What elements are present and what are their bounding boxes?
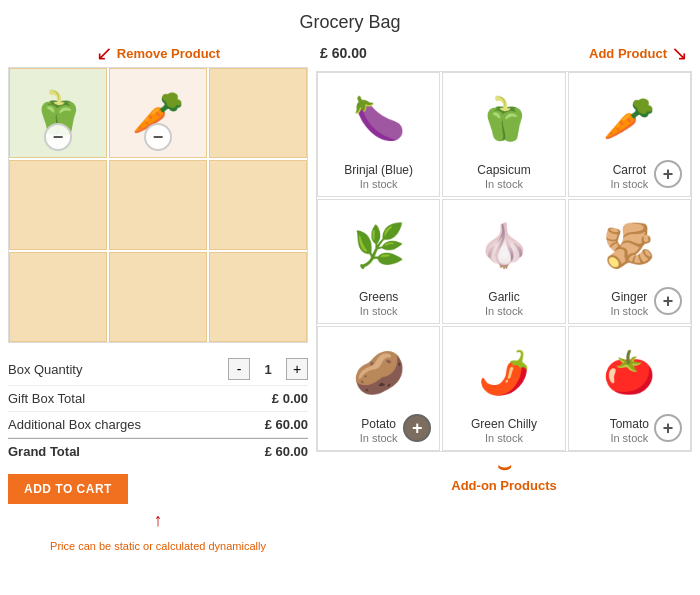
brinjal-emoji: 🍆 bbox=[353, 98, 405, 140]
brinjal-img: 🍆 bbox=[322, 79, 435, 159]
remove-product-label: ↙ Remove Product bbox=[8, 41, 308, 65]
tomato-img: 🍅 bbox=[573, 333, 686, 413]
carrot-stock: In stock bbox=[610, 178, 648, 190]
price-annotation-container: ↑ Price can be static or calculated dyna… bbox=[8, 510, 308, 554]
capsicum-img: 🫑 bbox=[447, 79, 560, 159]
remove-arrow-icon: ↙ bbox=[96, 41, 113, 65]
greens-stock: In stock bbox=[360, 305, 398, 317]
box-quantity-label: Box Quantity bbox=[8, 362, 82, 377]
grand-total-value: £ 60.00 bbox=[265, 444, 308, 459]
add-to-cart-button[interactable]: ADD TO CART bbox=[8, 474, 128, 504]
grand-total-row: Grand Total £ 60.00 bbox=[8, 438, 308, 464]
brinjal-stock: In stock bbox=[360, 178, 398, 190]
grid-cell-0-1 bbox=[9, 160, 107, 250]
garlic-emoji: 🧄 bbox=[478, 225, 530, 267]
add-product-label: Add Product bbox=[589, 46, 667, 61]
greens-img: 🌿 bbox=[322, 206, 435, 286]
qty-value: 1 bbox=[258, 362, 278, 377]
remove-btn-1-0[interactable]: − bbox=[144, 123, 172, 151]
add-tomato-btn[interactable]: + bbox=[654, 414, 682, 442]
right-header: £ 60.00 Add Product ↘ bbox=[316, 41, 692, 65]
capsicum-name: Capsicum bbox=[477, 163, 530, 177]
grid-cell-1-1 bbox=[109, 160, 207, 250]
product-potato[interactable]: 🥔 Potato In stock + bbox=[317, 326, 440, 451]
page-title: Grocery Bag bbox=[0, 0, 700, 41]
green-chilly-stock: In stock bbox=[485, 432, 523, 444]
carrot-emoji-r: 🥕 bbox=[603, 98, 655, 140]
brinjal-name: Brinjal (Blue) bbox=[344, 163, 413, 177]
grid-cell-2-2 bbox=[209, 252, 307, 342]
grid-cell-2-1 bbox=[209, 160, 307, 250]
product-tomato[interactable]: 🍅 Tomato In stock + bbox=[568, 326, 691, 451]
tomato-name: Tomato bbox=[610, 417, 649, 431]
garlic-name: Garlic bbox=[488, 290, 519, 304]
annotation-arrow-up-icon: ↑ bbox=[8, 510, 308, 531]
grid-cell-0-0[interactable]: 🫑 − bbox=[9, 68, 107, 158]
additional-charges-label: Additional Box charges bbox=[8, 417, 141, 432]
box-quantity-row: Box Quantity - 1 + bbox=[8, 353, 308, 386]
product-garlic[interactable]: 🧄 Garlic In stock bbox=[442, 199, 565, 324]
addon-annotation: ⌣ Add-on Products bbox=[316, 456, 692, 493]
green-chilly-img: 🌶️ bbox=[447, 333, 560, 413]
product-capsicum[interactable]: 🫑 Capsicum In stock bbox=[442, 72, 565, 197]
add-product-container: Add Product ↘ bbox=[589, 41, 688, 65]
product-ginger[interactable]: 🫚 Ginger In stock + bbox=[568, 199, 691, 324]
price-annotation-text: Price can be static or calculated dynami… bbox=[8, 539, 308, 554]
potato-emoji: 🥔 bbox=[353, 352, 405, 394]
additional-charges-row: Additional Box charges £ 60.00 bbox=[8, 412, 308, 438]
potato-name: Potato bbox=[361, 417, 396, 431]
right-panel: £ 60.00 Add Product ↘ 🍆 Brinjal (Blue) I… bbox=[316, 41, 692, 554]
grand-total-label: Grand Total bbox=[8, 444, 80, 459]
add-arrow-icon: ↘ bbox=[671, 41, 688, 65]
add-potato-btn[interactable]: + bbox=[403, 414, 431, 442]
pricing-section: Box Quantity - 1 + Gift Box Total £ 0.00… bbox=[8, 353, 308, 464]
green-chilly-name: Green Chilly bbox=[471, 417, 537, 431]
additional-charges-value: £ 60.00 bbox=[265, 417, 308, 432]
greens-emoji: 🌿 bbox=[353, 225, 405, 267]
potato-img: 🥔 bbox=[322, 333, 435, 413]
brace-icon: ⌣ bbox=[497, 456, 511, 478]
capsicum-emoji-r: 🫑 bbox=[478, 98, 530, 140]
carrot-name: Carrot bbox=[613, 163, 646, 177]
ginger-emoji: 🫚 bbox=[603, 225, 655, 267]
tomato-stock: In stock bbox=[610, 432, 648, 444]
products-grid: 🍆 Brinjal (Blue) In stock 🫑 Capsicum In … bbox=[316, 71, 692, 452]
garlic-stock: In stock bbox=[485, 305, 523, 317]
grid-cell-2-0 bbox=[209, 68, 307, 158]
product-green-chilly[interactable]: 🌶️ Green Chilly In stock bbox=[442, 326, 565, 451]
grocery-bag-grid: 🫑 − 🥕 − bbox=[8, 67, 308, 343]
remove-btn-0-0[interactable]: − bbox=[44, 123, 72, 151]
gift-box-value: £ 0.00 bbox=[272, 391, 308, 406]
product-carrot[interactable]: 🥕 Carrot In stock + bbox=[568, 72, 691, 197]
add-ginger-btn[interactable]: + bbox=[654, 287, 682, 315]
add-carrot-btn[interactable]: + bbox=[654, 160, 682, 188]
right-price-display: £ 60.00 bbox=[320, 45, 367, 61]
qty-decrease-btn[interactable]: - bbox=[228, 358, 250, 380]
ginger-stock: In stock bbox=[610, 305, 648, 317]
qty-controls: - 1 + bbox=[228, 358, 308, 380]
left-panel: ↙ Remove Product 🫑 − 🥕 − bbox=[8, 41, 308, 554]
potato-stock: In stock bbox=[360, 432, 398, 444]
grid-cell-1-0[interactable]: 🥕 − bbox=[109, 68, 207, 158]
product-brinjal[interactable]: 🍆 Brinjal (Blue) In stock bbox=[317, 72, 440, 197]
gift-box-label: Gift Box Total bbox=[8, 391, 85, 406]
addon-label: Add-on Products bbox=[451, 478, 556, 493]
product-greens[interactable]: 🌿 Greens In stock bbox=[317, 199, 440, 324]
garlic-img: 🧄 bbox=[447, 206, 560, 286]
grid-cell-0-2 bbox=[9, 252, 107, 342]
grid-cell-1-2 bbox=[109, 252, 207, 342]
carrot-img: 🥕 bbox=[573, 79, 686, 159]
remove-label-text: Remove Product bbox=[117, 46, 220, 61]
tomato-emoji: 🍅 bbox=[603, 352, 655, 394]
ginger-name: Ginger bbox=[611, 290, 647, 304]
gift-box-total-row: Gift Box Total £ 0.00 bbox=[8, 386, 308, 412]
capsicum-stock: In stock bbox=[485, 178, 523, 190]
qty-increase-btn[interactable]: + bbox=[286, 358, 308, 380]
green-chilly-emoji: 🌶️ bbox=[478, 352, 530, 394]
greens-name: Greens bbox=[359, 290, 398, 304]
ginger-img: 🫚 bbox=[573, 206, 686, 286]
